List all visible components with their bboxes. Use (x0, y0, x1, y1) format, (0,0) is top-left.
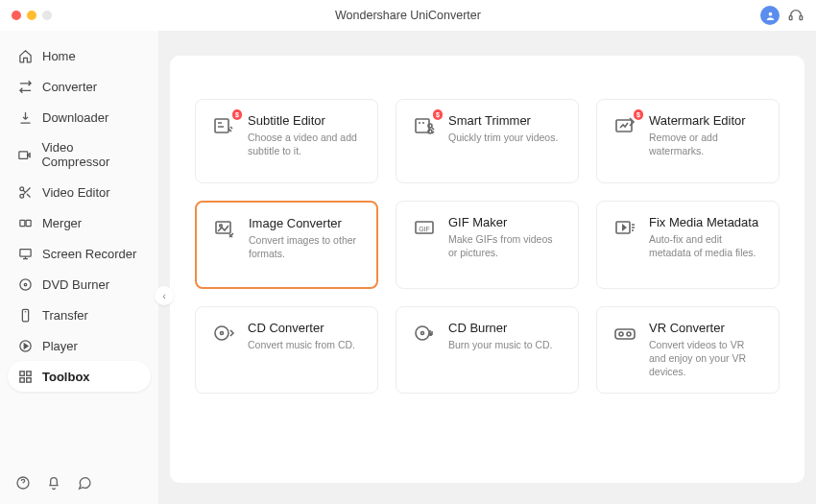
tool-card-subtitle-editor[interactable]: $ Subtitle Editor Choose a video and add… (195, 99, 378, 183)
svg-point-4 (19, 186, 23, 190)
svg-rect-7 (26, 220, 31, 226)
premium-badge: $ (232, 109, 242, 120)
svg-point-10 (24, 283, 27, 286)
tool-title: Image Converter (249, 216, 361, 230)
app-title: Wondershare UniConverter (335, 9, 481, 22)
tool-desc: Burn your music to CD. (448, 338, 553, 351)
svg-point-9 (19, 278, 30, 289)
watermark-icon: $ (612, 113, 637, 138)
disc-icon (17, 276, 33, 292)
tool-card-image-converter[interactable]: Image Converter Convert images to other … (195, 201, 378, 289)
tool-title: Fix Media Metadata (649, 215, 763, 229)
titlebar-right (760, 6, 804, 25)
headset-icon (788, 8, 804, 23)
converter-icon (17, 79, 33, 94)
grid-icon (17, 369, 33, 384)
chat-icon[interactable] (77, 475, 92, 491)
tool-card-cd-converter[interactable]: CD Converter Convert music from CD. (195, 306, 378, 394)
svg-point-24 (220, 225, 223, 228)
sidebar-item-video-compressor[interactable]: Video Compressor (8, 132, 151, 177)
svg-point-0 (768, 12, 772, 15)
trimmer-icon: $ (412, 113, 437, 138)
sidebar-item-screen-recorder[interactable]: Screen Recorder (8, 238, 151, 269)
bell-icon[interactable] (46, 475, 61, 491)
sidebar-item-converter[interactable]: Converter (8, 71, 151, 102)
app-body: Home Converter Downloader Video Compress… (0, 31, 816, 504)
window-controls (12, 11, 52, 20)
sidebar-item-toolbox[interactable]: Toolbox (8, 361, 151, 392)
sidebar-item-label: Screen Recorder (42, 247, 136, 261)
tool-card-watermark-editor[interactable]: $ Watermark Editor Remove or add waterma… (596, 99, 780, 183)
sidebar-item-merger[interactable]: Merger (8, 207, 151, 238)
tool-title: CD Burner (448, 321, 553, 335)
transfer-icon (17, 307, 33, 323)
minimize-window-icon[interactable] (27, 11, 36, 20)
tool-card-vr-converter[interactable]: VR Converter Convert videos to VR and en… (596, 306, 780, 394)
sidebar-item-video-editor[interactable]: Video Editor (8, 177, 151, 207)
cd-burn-icon (412, 321, 437, 346)
sidebar-item-label: Home (42, 49, 76, 63)
tool-desc: Auto-fix and edit metadata of media file… (649, 232, 763, 259)
subtitle-icon: $ (211, 113, 236, 138)
card-text: Subtitle Editor Choose a video and add s… (248, 113, 362, 157)
help-icon[interactable] (15, 475, 31, 491)
svg-point-29 (221, 332, 224, 335)
svg-point-28 (215, 326, 228, 340)
svg-rect-2 (800, 16, 803, 20)
svg-point-33 (619, 332, 623, 336)
svg-point-21 (428, 124, 432, 128)
sidebar-item-home[interactable]: Home (8, 40, 151, 71)
svg-rect-16 (26, 377, 30, 381)
svg-rect-18 (215, 119, 228, 132)
svg-point-30 (416, 326, 429, 340)
scissors-icon (17, 184, 33, 200)
tool-desc: Convert music from CD. (248, 338, 355, 351)
card-text: Watermark Editor Remove or add watermark… (649, 113, 763, 157)
tool-desc: Convert videos to VR and enjoy on your V… (649, 338, 763, 379)
tool-title: Subtitle Editor (248, 113, 362, 128)
sidebar-item-label: Transfer (42, 308, 88, 323)
tool-card-smart-trimmer[interactable]: $ Smart Trimmer Quickly trim your videos… (396, 99, 579, 183)
sidebar-bottom (8, 468, 151, 494)
sidebar-item-transfer[interactable]: Transfer (8, 300, 151, 330)
tool-grid: $ Subtitle Editor Choose a video and add… (195, 99, 780, 394)
card-text: GIF Maker Make GIFs from videos or pictu… (448, 215, 563, 259)
titlebar: Wondershare UniConverter (0, 0, 816, 31)
chevron-left-icon: ‹ (162, 290, 166, 301)
tool-card-fix-media-metadata[interactable]: Fix Media Metadata Auto-fix and edit met… (596, 201, 780, 289)
svg-point-5 (19, 194, 23, 198)
card-text: Image Converter Convert images to other … (249, 216, 361, 260)
svg-rect-32 (615, 329, 635, 339)
sidebar-item-player[interactable]: Player (8, 330, 151, 361)
sidebar-item-label: Merger (42, 216, 82, 230)
sidebar-item-dvd-burner[interactable]: DVD Burner (8, 269, 151, 300)
nav-list: Home Converter Downloader Video Compress… (8, 40, 151, 468)
monitor-icon (17, 246, 33, 261)
collapse-sidebar-button[interactable]: ‹ (155, 286, 174, 305)
close-window-icon[interactable] (12, 11, 21, 20)
tool-title: VR Converter (649, 321, 763, 335)
tool-title: CD Converter (248, 321, 355, 335)
tool-desc: Choose a video and add subtitle to it. (248, 131, 362, 157)
sidebar-item-label: DVD Burner (42, 277, 109, 292)
account-button[interactable] (760, 6, 780, 25)
svg-point-31 (421, 332, 424, 335)
svg-rect-8 (19, 249, 30, 256)
tool-card-cd-burner[interactable]: CD Burner Burn your music to CD. (396, 306, 579, 394)
compressor-icon (17, 147, 32, 162)
premium-badge: $ (634, 109, 643, 120)
tool-desc: Convert images to other formats. (249, 233, 361, 260)
sidebar-item-downloader[interactable]: Downloader (8, 102, 151, 132)
svg-rect-3 (19, 151, 28, 158)
tool-desc: Make GIFs from videos or pictures. (448, 232, 563, 259)
sidebar: Home Converter Downloader Video Compress… (0, 31, 158, 504)
svg-rect-14 (26, 371, 30, 374)
maximize-window-icon[interactable] (42, 11, 52, 20)
tool-title: Watermark Editor (649, 113, 763, 128)
tool-card-gif-maker[interactable]: GIF GIF Maker Make GIFs from videos or p… (396, 201, 579, 289)
svg-rect-19 (416, 119, 429, 132)
home-icon (17, 48, 33, 63)
metadata-icon (612, 215, 637, 240)
sidebar-item-label: Player (42, 339, 78, 353)
support-button[interactable] (787, 7, 804, 24)
